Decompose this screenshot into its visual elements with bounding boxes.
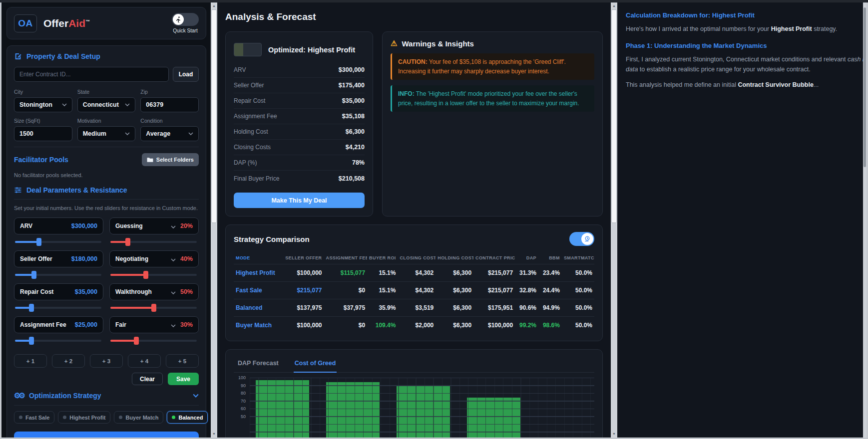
- seller-offer-cell: $100,000: [282, 317, 324, 334]
- quick-add-4-button[interactable]: + 4: [128, 354, 161, 368]
- scrollbar-thumb[interactable]: [211, 9, 217, 223]
- col-holding-cost[interactable]: HOLDING COST: [435, 252, 473, 264]
- mode-cell: Buyer Match: [234, 317, 282, 334]
- arv-slider[interactable]: [15, 237, 101, 246]
- quick-add-3-button[interactable]: + 3: [90, 354, 123, 368]
- scrollbar-thumb[interactable]: [611, 9, 617, 223]
- save-button[interactable]: Save: [168, 373, 199, 385]
- app-title: OfferAid™: [43, 17, 90, 29]
- arv-resistance-slider[interactable]: [110, 237, 197, 246]
- metric-label: Repair Cost: [234, 97, 265, 104]
- col-seller-offer[interactable]: SELLER OFFER: [282, 252, 324, 264]
- seller-offer-slider[interactable]: [15, 270, 101, 279]
- slider-thumb[interactable]: [134, 337, 139, 345]
- seller-offer-resistance-select[interactable]: Negotiating40%: [109, 250, 199, 267]
- assignment-fee-value-box[interactable]: Assignment Fee$25,000: [14, 316, 103, 333]
- collapse-chevron-icon[interactable]: [193, 394, 199, 398]
- col-closing-cost[interactable]: CLOSING COST: [398, 252, 435, 264]
- strategy-buyer-match[interactable]: Buyer Match: [114, 411, 163, 424]
- param-repair-cost: Repair Cost$35,000: [14, 283, 103, 316]
- quick-start-toggle[interactable]: [172, 13, 199, 26]
- col-contract-price[interactable]: CONTRACT PRICE: [473, 252, 515, 264]
- tab-cost-of-greed[interactable]: Cost of Greed: [294, 356, 337, 373]
- main-scrollbar[interactable]: ▲▼: [611, 2, 617, 438]
- seller-offer-resistance-slider[interactable]: [110, 270, 197, 279]
- scroll-up-arrow[interactable]: ▲: [611, 3, 617, 9]
- tab-dap-forecast[interactable]: DAP Forecast: [237, 356, 280, 372]
- sliders-icon: [14, 186, 22, 194]
- assignment-fee-resistance-select[interactable]: Fair30%: [109, 316, 199, 333]
- slider-thumb[interactable]: [143, 271, 148, 279]
- calculate-button[interactable]: Calculate: [14, 432, 199, 438]
- metric-value: 78%: [352, 159, 365, 166]
- col-mode[interactable]: MODE: [234, 252, 282, 264]
- assignment-fee-slider[interactable]: [15, 336, 101, 345]
- zip-label: Zip: [140, 89, 199, 95]
- deal-metric-row: Repair Cost$35,000: [234, 93, 365, 109]
- scroll-up-arrow[interactable]: ▲: [211, 3, 217, 9]
- table-row-balanced[interactable]: Balanced $137,975 $37,975 35.9% $3,519 $…: [234, 299, 594, 317]
- seller-offer-value-box[interactable]: Seller Offer$180,000: [14, 250, 103, 267]
- strategy-section-title: Optimization Strategy: [29, 392, 101, 400]
- chart-bar: [326, 382, 380, 438]
- col-buyer-roi[interactable]: BUYER ROI: [367, 252, 398, 264]
- arv-value-box[interactable]: ARV$300,000: [14, 218, 103, 234]
- slider-fill: [110, 340, 136, 342]
- smartmatch-cell: 50.0%: [562, 299, 594, 317]
- slider-thumb[interactable]: [125, 238, 130, 246]
- city-select[interactable]: Stonington: [14, 97, 72, 112]
- strategy-options-row: Fast Sale Highest Profit Buyer Match Bal…: [14, 411, 199, 424]
- quick-add-5-button[interactable]: + 5: [166, 354, 199, 368]
- assignment-fee-resistance-slider[interactable]: [110, 336, 197, 345]
- sidebar-scrollbar[interactable]: ▲▼: [211, 2, 217, 438]
- repair-cost-slider[interactable]: [15, 303, 101, 312]
- col-dap[interactable]: DAP: [515, 252, 538, 264]
- warnings-header: ⚠ Warnings & Insights: [391, 39, 594, 48]
- arv-resistance-select[interactable]: Guessing20%: [109, 218, 199, 234]
- strategy-balanced[interactable]: Balanced: [167, 411, 208, 424]
- scroll-down-arrow[interactable]: ▼: [211, 431, 217, 437]
- table-row-highest-profit[interactable]: Highest Profit $100,000 $115,077 15.1% $…: [234, 264, 594, 282]
- table-row-fast-sale[interactable]: Fast Sale $215,077 $0 15.1% $4,302 $6,30…: [234, 282, 594, 299]
- metric-label: Seller Offer: [234, 82, 264, 89]
- table-row-buyer-match[interactable]: Buyer Match $100,000 $0 109.4% $2,000 $6…: [234, 317, 594, 334]
- size-input[interactable]: 1500: [14, 126, 72, 141]
- smartmatch-cell: 50.0%: [562, 282, 594, 299]
- repair-cost-value-box[interactable]: Repair Cost$35,000: [14, 283, 103, 300]
- divider: [14, 199, 199, 200]
- slider-thumb[interactable]: [36, 238, 41, 246]
- col-assignment-fee[interactable]: ASSIGNMENT FEE: [324, 252, 367, 264]
- deal-metric-row: ARV$300,000: [234, 62, 365, 78]
- holding-cost-cell: $6,300: [435, 317, 473, 334]
- repair-cost-resistance-select[interactable]: Walkthrough50%: [109, 283, 199, 300]
- load-button[interactable]: Load: [173, 67, 199, 82]
- scrollbar-thumb[interactable]: [864, 7, 866, 167]
- slider-thumb[interactable]: [29, 304, 34, 312]
- slider-thumb[interactable]: [151, 304, 156, 312]
- motivation-select[interactable]: Medium: [77, 126, 136, 141]
- slider-thumb[interactable]: [29, 337, 34, 345]
- clear-button[interactable]: Clear: [132, 373, 163, 385]
- scroll-down-arrow[interactable]: ▼: [611, 431, 617, 437]
- zip-input[interactable]: 06379: [140, 97, 199, 112]
- quick-add-1-button[interactable]: + 1: [14, 354, 47, 368]
- col-smartmatch[interactable]: SMARTMATCH: [562, 252, 594, 264]
- state-select[interactable]: Connecticut: [77, 97, 136, 112]
- holding-cost-cell: $6,300: [435, 264, 473, 282]
- repair-cost-value: $35,000: [75, 288, 97, 295]
- make-this-my-deal-button[interactable]: Make This My Deal: [234, 193, 365, 208]
- comparison-title: Strategy Comparison: [234, 235, 310, 243]
- location-row: City Stonington State Connecticut Zip 06…: [14, 89, 199, 112]
- col-bbm[interactable]: BBM: [538, 252, 562, 264]
- quick-add-2-button[interactable]: + 2: [52, 354, 85, 368]
- strategy-highest-profit[interactable]: Highest Profit: [58, 411, 110, 424]
- condition-select[interactable]: Average: [140, 126, 199, 141]
- select-folders-button[interactable]: Select Folders: [142, 153, 199, 166]
- strategy-fast-sale[interactable]: Fast Sale: [14, 411, 54, 424]
- comparison-history-toggle[interactable]: [569, 232, 594, 246]
- repair-cost-resistance-slider[interactable]: [110, 303, 197, 312]
- slider-thumb[interactable]: [31, 271, 36, 279]
- contract-id-input[interactable]: [14, 67, 169, 82]
- right-panel-scrollbar[interactable]: [863, 2, 867, 438]
- size-field-group: Size (SqFt) 1500: [14, 118, 72, 141]
